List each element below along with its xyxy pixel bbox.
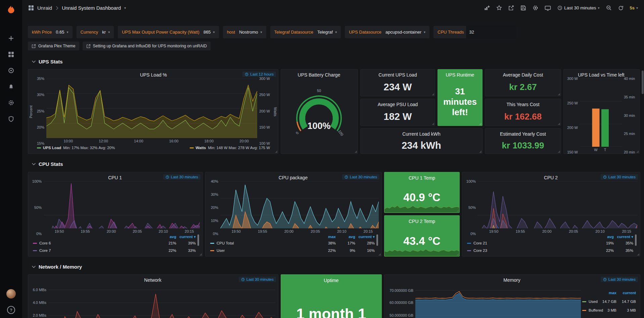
panel-resize-handle[interactable] [355,150,357,153]
star-dashboard-button[interactable] [496,5,502,11]
legend-row[interactable]: Core 621%39% [33,239,196,247]
sidebar-item-alerting[interactable] [0,79,22,95]
panel-resize-handle[interactable] [637,253,639,256]
add-panel-button[interactable] [484,5,490,11]
panel-title[interactable]: UPS Runtime [438,72,482,78]
legend-column-header[interactable]: avg [596,235,614,239]
panel-resize-handle[interactable] [636,150,639,153]
legend-scrollbar[interactable] [197,234,199,246]
panel-title[interactable]: Average Daily Cost [485,72,561,78]
row-header-cpu-stats[interactable]: CPU Stats [32,161,644,167]
legend-row[interactable]: Used14.7 GB14.7 GB [582,297,636,306]
chart-plot-area[interactable] [48,284,275,318]
legend-row[interactable]: Core 2322%35% [467,247,633,254]
chart-plot-area[interactable] [415,284,581,318]
panel-title[interactable]: Uptime [281,277,381,284]
page-scrollbar[interactable] [641,16,644,318]
panel-resize-handle[interactable] [432,93,434,95]
panel-title[interactable]: Current UPS Load [361,72,435,78]
save-dashboard-button[interactable] [520,5,526,11]
refresh-interval-picker[interactable]: 5s ▾ [630,5,638,10]
panel-title[interactable]: CPU 2 Temp [384,218,459,225]
legend-item[interactable]: WattsMin: 148 W Max: 278 W Avg: 175 W [190,146,270,150]
legend-row[interactable]: Core 2119%35% [467,239,633,247]
user-avatar[interactable] [6,289,16,299]
sidebar-item-configuration[interactable] [0,95,22,111]
time-range-picker[interactable]: Last 30 minutes ▾ [557,5,599,10]
dashboard-title[interactable]: Unraid System Dashboard [62,5,121,11]
panel-resize-handle[interactable] [558,93,560,95]
panel-resize-handle[interactable] [432,123,434,125]
time-range-badge[interactable]: Last 30 minutes [239,277,276,282]
legend-column-header[interactable]: current ▾ [357,234,375,239]
variable-currency[interactable]: Currency kr▾ [77,26,114,38]
panel-resize-handle[interactable] [275,150,277,153]
time-range-badge[interactable]: Last 30 minutes [601,277,638,282]
chart-plot-area[interactable] [44,181,200,228]
panel-resize-handle[interactable] [479,123,481,125]
legend-row[interactable]: CPU Total38%17%28% [210,239,375,247]
legend-column-header[interactable]: current ▾ [616,234,633,239]
panel-resize-handle[interactable] [378,253,381,256]
legend-item[interactable]: UPS LoadMin: 17% Max: 32% Avg: 20% [37,146,115,150]
legend-column-header[interactable]: avg [338,235,355,239]
zoom-out-time-button[interactable] [606,5,612,11]
dashboard-link-ups-monitoring-guide[interactable]: Setting up Grafana and InfluxDB for UPS … [83,42,211,50]
time-range-badge[interactable]: Last 12 hours [242,72,276,77]
time-range-badge[interactable]: Last 30 minutes [342,174,379,180]
legend-scrollbar[interactable] [376,234,378,246]
sidebar-item-dashboards[interactable] [0,46,22,62]
legend-column-header[interactable]: current [618,291,636,295]
chart-plot-area[interactable] [580,79,622,147]
panel-resize-handle[interactable] [479,150,481,153]
panel-resize-handle[interactable] [558,123,560,125]
legend-column-header[interactable]: avg [159,235,176,239]
dashboard-link-grafana-plex-theme[interactable]: Grafana Plex Theme [28,42,79,50]
chart-plot-area[interactable] [46,79,257,138]
legend-value: 38% [318,241,336,245]
row-header-network-memory[interactable]: Network / Memory [32,264,644,270]
panel-title[interactable]: CPU 1 Temp [384,174,459,182]
legend-column-header[interactable]: max [599,291,616,295]
time-range-badge[interactable]: Last 30 minutes [163,174,200,180]
panel-title[interactable]: Average PSU Load [361,101,435,108]
battery-gauge[interactable]: 100% 050100 [285,86,353,145]
legend-row[interactable]: Core 722%33% [33,247,196,254]
panel-title[interactable]: Estimated Yearly Cost [485,131,561,137]
variable-cpu-threads[interactable]: CPU Threads 32 [433,26,516,38]
row-header-ups-stats[interactable]: UPS Stats [32,59,644,64]
panel-title[interactable]: UPS Load % [34,71,273,79]
panel-title[interactable]: Memory [386,276,637,284]
panel-resize-handle[interactable] [558,150,560,153]
legend-column-header[interactable]: max [318,235,336,239]
variable-kwh-price[interactable]: kWh Price 0.65▾ [28,26,73,38]
share-dashboard-button[interactable] [508,5,514,11]
apps-grid-icon[interactable] [28,5,34,11]
time-range-badge[interactable]: Last 30 minutes [601,174,638,180]
dashboard-settings-button[interactable] [533,5,538,11]
chart-plot-area[interactable] [220,181,379,228]
panel-title[interactable]: This Years Cost [485,101,561,108]
panel-title[interactable]: UPS Battery Charge [283,71,355,79]
panel-title[interactable]: Current Load kWh [361,131,482,137]
sidebar-item-explore[interactable] [0,62,22,79]
cycle-view-mode-button[interactable] [545,5,551,11]
variable-host[interactable]: host Nostromo▾ [223,26,266,38]
sidebar-item-server-admin[interactable] [0,111,22,127]
refresh-button[interactable] [618,5,624,11]
help-icon[interactable]: ? [7,306,15,314]
chart-plot-area[interactable] [478,181,637,228]
variable-telegraf-datasource[interactable]: Telegraf Datasource Telegraf▾ [270,26,341,38]
page-scrollbar-thumb[interactable] [642,71,644,94]
legend-scrollbar[interactable] [635,234,637,246]
variable-cpu-threads-input[interactable]: 32 [466,26,516,38]
legend-column-header[interactable]: current ▾ [178,234,196,239]
breadcrumb-folder[interactable]: Unraid [37,5,52,11]
legend-row[interactable]: Buffered3 MB3 MB [582,306,636,315]
variable-ups-max-output[interactable]: UPS Max Output Power Capacity (Watt) 865… [118,26,219,38]
variable-ups-datasource[interactable]: UPS Datasource apcupsd-container▾ [345,26,429,38]
grafana-logo[interactable] [6,0,16,21]
sidebar-item-create[interactable] [0,30,22,46]
legend-row[interactable]: User22%9%16% [210,247,375,254]
panel-resize-handle[interactable] [199,253,202,256]
